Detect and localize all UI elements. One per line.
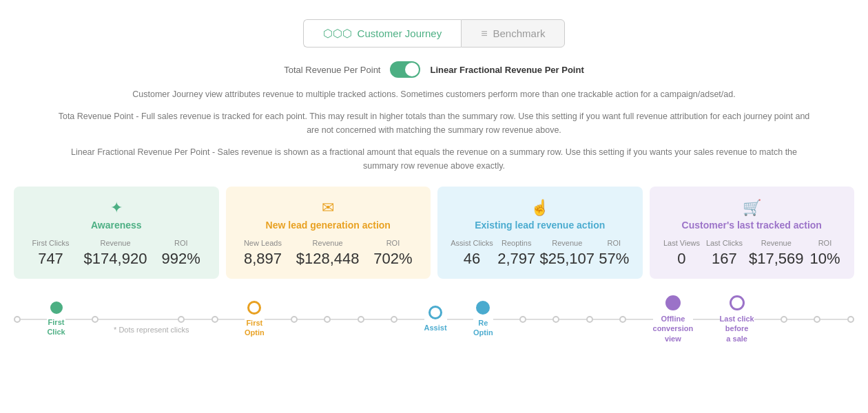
timeline-node-14 xyxy=(781,316,787,323)
dot-blue-outline xyxy=(428,306,442,319)
tab-benchmark[interactable]: ≡ Benchmark xyxy=(461,19,565,47)
awareness-roi: ROI 992% xyxy=(162,239,200,268)
newlead-leads-value: 8,897 xyxy=(244,250,282,268)
hint-text: * Dots represent clicks xyxy=(114,326,189,334)
desc-1: Customer Journey view attributes revenue… xyxy=(55,87,813,101)
last-revenue-value: $17,569 xyxy=(749,250,804,268)
card-last: 🛒 Customer's last tracked action Last Vi… xyxy=(650,187,855,279)
dot-gray-5 xyxy=(211,316,218,323)
tab-customer-journey-label: Customer Journey xyxy=(358,28,442,39)
dot-purple-outline xyxy=(730,295,745,310)
timeline-node-1 xyxy=(14,316,21,323)
timeline-node-4 xyxy=(178,316,185,323)
line-8 xyxy=(331,319,357,320)
label-offline: Offlineconversionview xyxy=(653,314,694,343)
card-awareness-header: ✦ Awareness xyxy=(25,199,208,231)
line-16 xyxy=(626,319,652,320)
line-4 xyxy=(185,319,211,320)
dot-yellow xyxy=(247,301,261,315)
newlead-revenue: Revenue $128,448 xyxy=(296,239,360,268)
last-roi-value: 10% xyxy=(809,250,840,268)
label-first-optin: FirstOptin xyxy=(245,318,265,338)
last-title: Customer's last tracked action xyxy=(682,220,822,231)
existing-assist-label: Assist Clicks xyxy=(451,239,493,247)
newlead-roi-label: ROI xyxy=(373,239,412,247)
last-roi-label: ROI xyxy=(809,239,840,247)
line-15 xyxy=(593,319,619,320)
label-first-click: FirstClick xyxy=(47,317,65,337)
dot-gray-9 xyxy=(391,316,397,323)
line-9 xyxy=(364,319,391,320)
last-views: Last Views 0 xyxy=(663,239,700,268)
timeline-node-3 xyxy=(92,316,99,323)
dot-gray-15 xyxy=(814,316,820,323)
existing-roi-value: 57% xyxy=(599,250,629,268)
newlead-revenue-label: Revenue xyxy=(296,239,360,247)
tab-customer-journey[interactable]: ⬡⬡⬡ Customer Journey xyxy=(303,19,462,47)
awareness-revenue: Revenue $174,920 xyxy=(84,239,147,268)
last-revenue-label: Revenue xyxy=(749,239,804,247)
line-17 xyxy=(693,319,719,320)
awareness-revenue-label: Revenue xyxy=(84,239,147,247)
line-3 xyxy=(99,319,125,320)
dot-green xyxy=(50,301,63,314)
last-icon: 🛒 xyxy=(743,199,761,217)
awareness-roi-label: ROI xyxy=(162,239,200,247)
dot-gray-13 xyxy=(619,316,626,323)
toggle-switch[interactable] xyxy=(390,61,420,78)
timeline-node-8 xyxy=(358,316,364,323)
awareness-first-clicks: First Clicks 747 xyxy=(32,239,70,268)
timeline-node-5 xyxy=(211,316,218,323)
description-section: Customer Journey view attributes revenue… xyxy=(55,87,813,173)
existing-revenue-label: Revenue xyxy=(540,239,595,247)
existing-assist-value: 46 xyxy=(451,250,493,268)
toggle-right-label: Linear Fractional Revenue Per Point xyxy=(430,65,583,75)
newlead-revenue-value: $128,448 xyxy=(296,250,360,268)
last-clicks-label: Last Clicks xyxy=(706,239,743,247)
card-existing-header: ☝ Existing lead revenue action xyxy=(448,199,632,231)
dot-gray-7 xyxy=(324,316,331,323)
line-1 xyxy=(21,319,47,320)
newlead-leads: New Leads 8,897 xyxy=(244,239,282,268)
timeline-node-reoptin: ReOptin xyxy=(473,301,493,338)
newlead-leads-label: New Leads xyxy=(244,239,282,247)
last-revenue: Revenue $17,569 xyxy=(749,239,804,268)
journey-icon: ⬡⬡⬡ xyxy=(323,27,352,40)
line-12 xyxy=(493,319,519,320)
awareness-first-clicks-label: First Clicks xyxy=(32,239,70,247)
dot-gray-8 xyxy=(358,316,364,323)
timeline-node-13 xyxy=(619,316,626,323)
line-13 xyxy=(526,319,552,320)
line-6 xyxy=(265,319,291,320)
last-metrics: Last Views 0 Last Clicks 167 Revenue $17… xyxy=(661,239,844,268)
newlead-roi: ROI 702% xyxy=(373,239,412,268)
timeline-node-11 xyxy=(552,316,559,323)
last-views-label: Last Views xyxy=(663,239,700,247)
label-reoptin: ReOptin xyxy=(473,318,493,338)
existing-reoptins-value: 2,797 xyxy=(497,250,535,268)
desc-2: Tota Revenue Point - Full sales revenue … xyxy=(55,109,813,137)
dot-blue-fill xyxy=(476,301,490,315)
awareness-revenue-value: $174,920 xyxy=(84,250,147,268)
tab-benchmark-label: Benchmark xyxy=(493,28,546,39)
desc-3: Linear Fractional Revenue Per Point - Sa… xyxy=(55,145,813,173)
line-2 xyxy=(65,319,92,320)
timeline-node-9 xyxy=(391,316,397,323)
existing-title: Existing lead revenue action xyxy=(475,220,605,231)
card-awareness: ✦ Awareness First Clicks 747 Revenue $17… xyxy=(14,187,219,279)
awareness-metrics: First Clicks 747 Revenue $174,920 ROI 99… xyxy=(25,239,208,268)
last-clicks: Last Clicks 167 xyxy=(706,239,743,268)
card-existing: ☝ Existing lead revenue action Assist Cl… xyxy=(437,187,643,279)
line-18 xyxy=(754,319,781,320)
line-11 xyxy=(447,319,473,320)
newlead-roi-value: 702% xyxy=(373,250,412,268)
existing-reoptins-label: Reoptins xyxy=(497,239,535,247)
line-hint xyxy=(125,319,178,320)
dot-gray-3 xyxy=(92,316,99,323)
timeline-node-last-click: Last clickbeforea sale xyxy=(720,295,754,343)
dot-gray-4 xyxy=(178,316,185,323)
newlead-icon: ✉ xyxy=(322,199,334,217)
cards-row: ✦ Awareness First Clicks 747 Revenue $17… xyxy=(14,187,854,279)
dot-gray-1 xyxy=(14,316,21,323)
existing-roi: ROI 57% xyxy=(599,239,629,268)
